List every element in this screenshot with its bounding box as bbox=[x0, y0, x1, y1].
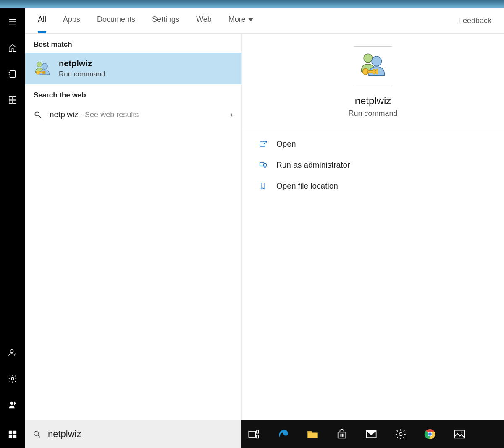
svg-point-20 bbox=[11, 377, 14, 380]
netplwiz-icon bbox=[34, 60, 51, 78]
tab-web[interactable]: Web bbox=[196, 15, 212, 26]
add-user-icon[interactable] bbox=[8, 348, 18, 358]
svg-rect-29 bbox=[13, 434, 16, 437]
tab-more-label: More bbox=[228, 15, 246, 24]
desktop-wallpaper-strip bbox=[0, 0, 504, 8]
user-pin-icon[interactable] bbox=[8, 400, 18, 410]
search-flyout: All Apps Documents Settings Web More Fee… bbox=[0, 8, 504, 420]
web-result-item[interactable]: netplwiz - See web results › bbox=[25, 104, 242, 125]
svg-point-17 bbox=[10, 350, 13, 353]
action-run-admin[interactable]: Run as administrator bbox=[255, 155, 491, 175]
best-match-header: Best match bbox=[25, 34, 242, 53]
action-open-location[interactable]: Open file location bbox=[255, 176, 491, 196]
svg-rect-28 bbox=[9, 434, 12, 437]
photos-icon[interactable] bbox=[453, 428, 466, 440]
action-open-location-label: Open file location bbox=[276, 181, 338, 191]
svg-rect-37 bbox=[342, 433, 344, 435]
svg-rect-25 bbox=[260, 162, 264, 166]
tab-all[interactable]: All bbox=[38, 15, 46, 26]
svg-rect-24 bbox=[260, 142, 265, 146]
svg-rect-36 bbox=[341, 433, 342, 435]
windows-logo-icon bbox=[8, 430, 17, 439]
shield-icon bbox=[259, 161, 267, 169]
web-result-suffix: - See web results bbox=[80, 110, 139, 119]
tab-documents[interactable]: Documents bbox=[97, 15, 135, 26]
search-input[interactable] bbox=[48, 429, 234, 440]
folder-location-icon bbox=[259, 182, 267, 190]
action-run-admin-label: Run as administrator bbox=[276, 160, 350, 170]
detail-pane: netplwiz Run command Open Run as adminis… bbox=[242, 34, 504, 420]
search-panel: All Apps Documents Settings Web More Fee… bbox=[25, 8, 504, 420]
svg-rect-34 bbox=[257, 435, 259, 438]
tab-settings[interactable]: Settings bbox=[152, 15, 179, 26]
notebook-icon[interactable] bbox=[8, 69, 18, 79]
apps-icon[interactable] bbox=[8, 95, 18, 105]
svg-rect-27 bbox=[13, 430, 16, 433]
svg-rect-44 bbox=[454, 430, 464, 438]
store-icon[interactable] bbox=[336, 428, 348, 440]
task-view-icon[interactable] bbox=[247, 428, 260, 440]
start-button[interactable] bbox=[0, 420, 25, 448]
search-icon bbox=[34, 110, 42, 119]
search-box[interactable] bbox=[25, 420, 242, 448]
svg-point-43 bbox=[428, 432, 432, 436]
svg-line-31 bbox=[38, 435, 40, 437]
svg-rect-15 bbox=[9, 100, 12, 103]
chevron-right-icon: › bbox=[230, 110, 233, 119]
feedback-link[interactable]: Feedback bbox=[458, 16, 491, 25]
chevron-down-icon bbox=[248, 17, 253, 22]
svg-rect-14 bbox=[13, 97, 16, 100]
svg-point-45 bbox=[461, 431, 463, 433]
tab-more[interactable]: More bbox=[228, 15, 253, 26]
open-icon bbox=[259, 140, 267, 148]
svg-point-40 bbox=[399, 432, 402, 435]
best-match-subtitle: Run command bbox=[59, 70, 105, 79]
menu-icon[interactable] bbox=[8, 17, 18, 27]
web-result-term: netplwiz bbox=[50, 110, 79, 119]
search-web-header: Search the web bbox=[25, 84, 242, 104]
taskbar-row bbox=[0, 420, 504, 448]
svg-rect-33 bbox=[257, 430, 259, 433]
svg-rect-39 bbox=[342, 435, 344, 436]
detail-subtitle: Run command bbox=[348, 109, 397, 118]
best-match-title: netplwiz bbox=[59, 59, 105, 68]
mail-icon[interactable] bbox=[365, 428, 378, 440]
edge-icon[interactable] bbox=[277, 428, 289, 440]
detail-title: netplwiz bbox=[355, 95, 391, 107]
start-sidebar bbox=[0, 8, 25, 420]
gear-icon[interactable] bbox=[8, 374, 18, 384]
taskbar bbox=[242, 420, 504, 448]
svg-rect-32 bbox=[249, 431, 255, 437]
svg-rect-9 bbox=[10, 71, 16, 78]
svg-rect-38 bbox=[341, 435, 342, 436]
results-column: Best match netplwiz Run command Search t… bbox=[25, 34, 242, 420]
best-match-item[interactable]: netplwiz Run command bbox=[25, 53, 242, 84]
filter-tabs: All Apps Documents Settings Web More Fee… bbox=[25, 8, 504, 34]
svg-point-21 bbox=[10, 402, 13, 405]
tab-apps[interactable]: Apps bbox=[63, 15, 80, 26]
svg-rect-35 bbox=[307, 431, 312, 433]
detail-icon-tile bbox=[354, 46, 392, 86]
action-open-label: Open bbox=[276, 139, 296, 149]
svg-point-22 bbox=[35, 112, 39, 116]
home-icon[interactable] bbox=[8, 43, 18, 53]
action-open[interactable]: Open bbox=[255, 134, 491, 154]
svg-line-23 bbox=[39, 115, 41, 118]
svg-point-30 bbox=[34, 431, 38, 435]
svg-rect-16 bbox=[13, 100, 16, 103]
search-icon bbox=[33, 430, 41, 438]
svg-rect-13 bbox=[9, 97, 12, 100]
netplwiz-icon bbox=[358, 51, 388, 80]
settings-icon[interactable] bbox=[394, 428, 407, 440]
file-explorer-icon[interactable] bbox=[306, 428, 319, 440]
chrome-icon[interactable] bbox=[424, 428, 436, 440]
svg-rect-26 bbox=[9, 430, 12, 433]
